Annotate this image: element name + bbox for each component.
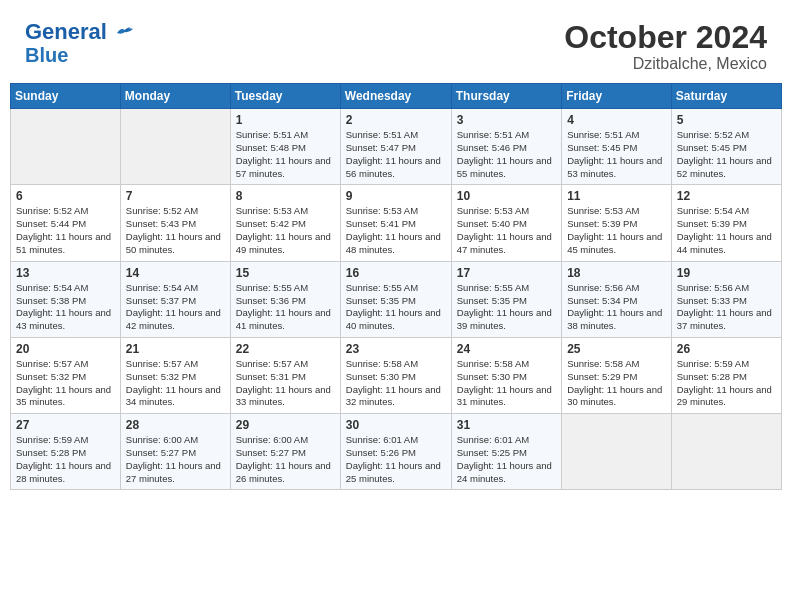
daylight-text: Daylight: 11 hours and 37 minutes. xyxy=(677,307,776,333)
calendar-cell: 27Sunrise: 5:59 AMSunset: 5:28 PMDayligh… xyxy=(11,414,121,490)
day-info: Sunrise: 6:01 AMSunset: 5:26 PMDaylight:… xyxy=(346,434,446,485)
calendar-cell: 16Sunrise: 5:55 AMSunset: 5:35 PMDayligh… xyxy=(340,261,451,337)
daylight-text: Daylight: 11 hours and 56 minutes. xyxy=(346,155,446,181)
sunrise-text: Sunrise: 5:59 AM xyxy=(16,434,115,447)
sunrise-text: Sunrise: 5:54 AM xyxy=(677,205,776,218)
day-info: Sunrise: 5:54 AMSunset: 5:37 PMDaylight:… xyxy=(126,282,225,333)
calendar-cell: 13Sunrise: 5:54 AMSunset: 5:38 PMDayligh… xyxy=(11,261,121,337)
day-info: Sunrise: 5:55 AMSunset: 5:35 PMDaylight:… xyxy=(457,282,556,333)
weekday-header-saturday: Saturday xyxy=(671,84,781,109)
day-number: 22 xyxy=(236,342,335,356)
calendar-week-2: 6Sunrise: 5:52 AMSunset: 5:44 PMDaylight… xyxy=(11,185,782,261)
calendar-cell xyxy=(120,109,230,185)
calendar-week-4: 20Sunrise: 5:57 AMSunset: 5:32 PMDayligh… xyxy=(11,337,782,413)
calendar-cell: 1Sunrise: 5:51 AMSunset: 5:48 PMDaylight… xyxy=(230,109,340,185)
day-number: 29 xyxy=(236,418,335,432)
daylight-text: Daylight: 11 hours and 48 minutes. xyxy=(346,231,446,257)
daylight-text: Daylight: 11 hours and 57 minutes. xyxy=(236,155,335,181)
sunrise-text: Sunrise: 5:52 AM xyxy=(677,129,776,142)
calendar-cell: 15Sunrise: 5:55 AMSunset: 5:36 PMDayligh… xyxy=(230,261,340,337)
day-info: Sunrise: 5:58 AMSunset: 5:29 PMDaylight:… xyxy=(567,358,666,409)
day-info: Sunrise: 5:51 AMSunset: 5:46 PMDaylight:… xyxy=(457,129,556,180)
daylight-text: Daylight: 11 hours and 47 minutes. xyxy=(457,231,556,257)
page-header: General Blue October 2024 Dzitbalche, Me… xyxy=(10,10,782,78)
calendar-cell: 31Sunrise: 6:01 AMSunset: 5:25 PMDayligh… xyxy=(451,414,561,490)
calendar-cell: 6Sunrise: 5:52 AMSunset: 5:44 PMDaylight… xyxy=(11,185,121,261)
day-number: 30 xyxy=(346,418,446,432)
calendar-week-3: 13Sunrise: 5:54 AMSunset: 5:38 PMDayligh… xyxy=(11,261,782,337)
sunset-text: Sunset: 5:39 PM xyxy=(677,218,776,231)
day-info: Sunrise: 5:59 AMSunset: 5:28 PMDaylight:… xyxy=(16,434,115,485)
daylight-text: Daylight: 11 hours and 25 minutes. xyxy=(346,460,446,486)
sunrise-text: Sunrise: 5:52 AM xyxy=(16,205,115,218)
sunset-text: Sunset: 5:35 PM xyxy=(457,295,556,308)
day-info: Sunrise: 5:56 AMSunset: 5:33 PMDaylight:… xyxy=(677,282,776,333)
daylight-text: Daylight: 11 hours and 28 minutes. xyxy=(16,460,115,486)
daylight-text: Daylight: 11 hours and 34 minutes. xyxy=(126,384,225,410)
day-number: 23 xyxy=(346,342,446,356)
day-info: Sunrise: 5:57 AMSunset: 5:31 PMDaylight:… xyxy=(236,358,335,409)
sunset-text: Sunset: 5:47 PM xyxy=(346,142,446,155)
sunset-text: Sunset: 5:26 PM xyxy=(346,447,446,460)
sunset-text: Sunset: 5:33 PM xyxy=(677,295,776,308)
daylight-text: Daylight: 11 hours and 26 minutes. xyxy=(236,460,335,486)
logo-blue-text: Blue xyxy=(25,44,68,66)
calendar-cell: 9Sunrise: 5:53 AMSunset: 5:41 PMDaylight… xyxy=(340,185,451,261)
sunrise-text: Sunrise: 6:01 AM xyxy=(457,434,556,447)
sunrise-text: Sunrise: 5:57 AM xyxy=(236,358,335,371)
calendar-cell: 20Sunrise: 5:57 AMSunset: 5:32 PMDayligh… xyxy=(11,337,121,413)
day-number: 15 xyxy=(236,266,335,280)
sunrise-text: Sunrise: 6:00 AM xyxy=(236,434,335,447)
sunrise-text: Sunrise: 5:58 AM xyxy=(346,358,446,371)
sunset-text: Sunset: 5:32 PM xyxy=(126,371,225,384)
sunrise-text: Sunrise: 5:51 AM xyxy=(236,129,335,142)
day-info: Sunrise: 5:58 AMSunset: 5:30 PMDaylight:… xyxy=(457,358,556,409)
sunrise-text: Sunrise: 5:59 AM xyxy=(677,358,776,371)
calendar-cell: 18Sunrise: 5:56 AMSunset: 5:34 PMDayligh… xyxy=(562,261,672,337)
day-number: 27 xyxy=(16,418,115,432)
sunset-text: Sunset: 5:27 PM xyxy=(236,447,335,460)
daylight-text: Daylight: 11 hours and 24 minutes. xyxy=(457,460,556,486)
sunset-text: Sunset: 5:48 PM xyxy=(236,142,335,155)
daylight-text: Daylight: 11 hours and 45 minutes. xyxy=(567,231,666,257)
calendar-cell: 29Sunrise: 6:00 AMSunset: 5:27 PMDayligh… xyxy=(230,414,340,490)
calendar-cell: 19Sunrise: 5:56 AMSunset: 5:33 PMDayligh… xyxy=(671,261,781,337)
calendar-table: SundayMondayTuesdayWednesdayThursdayFrid… xyxy=(10,83,782,490)
day-number: 11 xyxy=(567,189,666,203)
sunset-text: Sunset: 5:44 PM xyxy=(16,218,115,231)
sunrise-text: Sunrise: 5:58 AM xyxy=(457,358,556,371)
day-number: 21 xyxy=(126,342,225,356)
calendar-cell: 4Sunrise: 5:51 AMSunset: 5:45 PMDaylight… xyxy=(562,109,672,185)
sunset-text: Sunset: 5:29 PM xyxy=(567,371,666,384)
calendar-cell xyxy=(11,109,121,185)
sunrise-text: Sunrise: 5:54 AM xyxy=(16,282,115,295)
sunset-text: Sunset: 5:30 PM xyxy=(346,371,446,384)
day-number: 19 xyxy=(677,266,776,280)
sunrise-text: Sunrise: 5:55 AM xyxy=(457,282,556,295)
sunset-text: Sunset: 5:37 PM xyxy=(126,295,225,308)
day-number: 6 xyxy=(16,189,115,203)
day-info: Sunrise: 5:51 AMSunset: 5:48 PMDaylight:… xyxy=(236,129,335,180)
sunrise-text: Sunrise: 5:51 AM xyxy=(346,129,446,142)
calendar-cell: 26Sunrise: 5:59 AMSunset: 5:28 PMDayligh… xyxy=(671,337,781,413)
sunrise-text: Sunrise: 5:57 AM xyxy=(16,358,115,371)
calendar-cell: 28Sunrise: 6:00 AMSunset: 5:27 PMDayligh… xyxy=(120,414,230,490)
day-number: 16 xyxy=(346,266,446,280)
daylight-text: Daylight: 11 hours and 53 minutes. xyxy=(567,155,666,181)
day-number: 2 xyxy=(346,113,446,127)
sunrise-text: Sunrise: 5:56 AM xyxy=(567,282,666,295)
sunrise-text: Sunrise: 5:53 AM xyxy=(346,205,446,218)
day-info: Sunrise: 5:51 AMSunset: 5:47 PMDaylight:… xyxy=(346,129,446,180)
daylight-text: Daylight: 11 hours and 32 minutes. xyxy=(346,384,446,410)
day-info: Sunrise: 6:00 AMSunset: 5:27 PMDaylight:… xyxy=(236,434,335,485)
sunset-text: Sunset: 5:38 PM xyxy=(16,295,115,308)
day-number: 10 xyxy=(457,189,556,203)
weekday-header-thursday: Thursday xyxy=(451,84,561,109)
sunrise-text: Sunrise: 5:51 AM xyxy=(457,129,556,142)
day-number: 20 xyxy=(16,342,115,356)
day-info: Sunrise: 5:55 AMSunset: 5:36 PMDaylight:… xyxy=(236,282,335,333)
day-info: Sunrise: 5:57 AMSunset: 5:32 PMDaylight:… xyxy=(16,358,115,409)
day-info: Sunrise: 5:54 AMSunset: 5:39 PMDaylight:… xyxy=(677,205,776,256)
day-info: Sunrise: 5:55 AMSunset: 5:35 PMDaylight:… xyxy=(346,282,446,333)
daylight-text: Daylight: 11 hours and 41 minutes. xyxy=(236,307,335,333)
